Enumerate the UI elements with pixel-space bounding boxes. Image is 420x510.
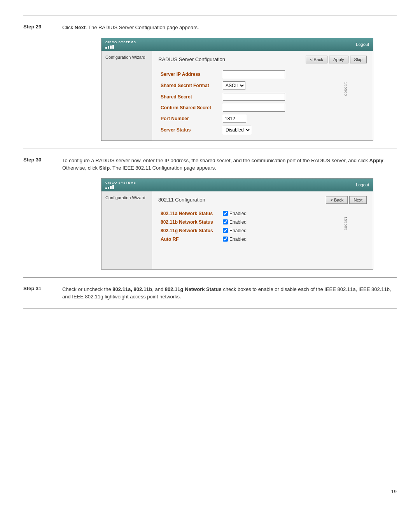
step-31-bold1: 802.11a, 802.11b <box>112 286 152 292</box>
cisco-buttons-29: < Back Apply Skip <box>306 56 367 63</box>
bar2 <box>108 46 109 49</box>
cisco-page-header-30: 802.11 Configuration < Back Next <box>158 196 367 204</box>
server-status-select[interactable]: Disabled Enabled <box>223 126 251 134</box>
checkbox-text-autorf: Enabled <box>229 237 247 242</box>
step-30-header: Step 30 To configure a RADIUS server now… <box>23 157 397 172</box>
cisco-logo-bars-30 <box>105 185 136 189</box>
field-row-80211a: 802.11a Network Status Enabled <box>158 209 367 218</box>
field-row-port: Port Number <box>158 113 367 124</box>
page-number: 19 <box>391 489 397 494</box>
bar2 <box>108 187 109 189</box>
port-input[interactable] <box>223 115 246 123</box>
cisco-header-30: Cisco Systems Logout <box>102 179 373 191</box>
label-confirm-secret: Confirm Shared Secret <box>158 102 220 113</box>
cisco-logo-30: Cisco Systems <box>105 181 136 189</box>
bar4 <box>112 45 114 49</box>
step-29-section: Step 29 Click Next. The RADIUS Server Co… <box>23 16 397 149</box>
field-row-secret-format: Shared Secret Format ASCII Hex <box>158 80 367 91</box>
checkbox-80211g[interactable] <box>223 228 228 233</box>
label-autorf: Auto RF <box>158 235 220 244</box>
step-29-cisco-frame: Cisco Systems Logout Configuration Wizar… <box>101 38 373 141</box>
step-31-text: Check or uncheck the 802.11a, 802.11b, a… <box>62 286 397 301</box>
step-30-bold2: Skip <box>99 165 110 171</box>
label-server-status: Server Status <box>158 124 220 136</box>
checkbox-text-80211g: Enabled <box>229 228 247 233</box>
step-30-label: Step 30 <box>23 157 62 163</box>
checkbox-label-autorf: Enabled <box>223 237 364 242</box>
checkbox-80211a[interactable] <box>223 211 228 216</box>
logout-button-29[interactable]: Logout <box>356 42 369 47</box>
frame-id-29: 155503 <box>344 38 348 141</box>
step-30-text: To configure a RADIUS server now, enter … <box>62 157 397 172</box>
field-row-server-status: Server Status Disabled Enabled <box>158 124 367 136</box>
step-29-frame-wrapper: Cisco Systems Logout Configuration Wizar… <box>62 38 342 141</box>
label-80211b: 802.11b Network Status <box>158 218 220 226</box>
back-button-29[interactable]: < Back <box>306 56 327 63</box>
server-ip-input[interactable] <box>223 70 285 78</box>
step-30-bold1: Apply <box>369 158 383 163</box>
sidebar-label-29: Configuration Wizard <box>105 55 145 60</box>
label-shared-secret: Shared Secret <box>158 91 220 102</box>
label-80211g: 802.11g Network Status <box>158 226 220 235</box>
cisco-logo-text-29: Cisco Systems <box>105 40 136 44</box>
confirm-secret-input[interactable] <box>223 104 285 112</box>
field-row-server-ip: Server IP Address <box>158 69 367 80</box>
bar1 <box>105 47 107 49</box>
checkbox-label-80211b: Enabled <box>223 219 364 225</box>
step-31-bottom-border <box>23 308 397 309</box>
field-row-autorf: Auto RF Enabled <box>158 235 367 244</box>
sidebar-label-30: Configuration Wizard <box>105 195 145 200</box>
checkbox-80211b[interactable] <box>223 219 228 224</box>
cisco-main-30: 802.11 Configuration < Back Next 802.11a… <box>152 191 373 269</box>
label-secret-format: Shared Secret Format <box>158 80 220 91</box>
shared-secret-input[interactable] <box>223 93 285 101</box>
cisco-header-29: Cisco Systems Logout <box>102 38 373 51</box>
page-title-29: RADIUS Server Configuration <box>158 56 225 62</box>
cisco-page-header-29: RADIUS Server Configuration < Back Apply… <box>158 56 367 63</box>
step-29-text: Click Next. The RADIUS Server Configurat… <box>62 24 397 32</box>
step-29-label: Step 29 <box>23 24 62 30</box>
checkbox-text-80211a: Enabled <box>229 211 247 216</box>
step-31-label: Step 31 <box>23 286 62 291</box>
field-row-confirm-secret: Confirm Shared Secret <box>158 102 367 113</box>
cisco-logo-29: Cisco Systems <box>105 40 136 49</box>
checkbox-autorf[interactable] <box>223 237 228 242</box>
step-29-header: Step 29 Click Next. The RADIUS Server Co… <box>23 24 397 32</box>
step-30-frame-wrapper: Cisco Systems Logout Configuration Wizar… <box>62 178 342 270</box>
cisco-logo-bars-29 <box>105 45 136 49</box>
cisco-sidebar-29: Configuration Wizard <box>102 51 152 140</box>
bar3 <box>110 46 112 49</box>
field-row-shared-secret: Shared Secret <box>158 91 367 102</box>
label-server-ip: Server IP Address <box>158 69 220 80</box>
bar3 <box>110 186 112 189</box>
cisco-logo-text-30: Cisco Systems <box>105 181 136 184</box>
step-30-section: Step 30 To configure a RADIUS server now… <box>23 149 397 277</box>
cisco-main-29: RADIUS Server Configuration < Back Apply… <box>152 51 373 140</box>
label-80211a: 802.11a Network Status <box>158 209 220 218</box>
checkbox-label-80211g: Enabled <box>223 228 364 233</box>
form-table-29: Server IP Address Shared Secret Format A… <box>158 69 367 136</box>
step-29-bold: Next <box>75 25 86 30</box>
page-title-30: 802.11 Configuration <box>158 197 205 203</box>
step-30-cisco-frame: Cisco Systems Logout Configuration Wizar… <box>101 178 373 270</box>
step-31-section: Step 31 Check or uncheck the 802.11a, 80… <box>23 277 397 317</box>
field-row-80211g: 802.11g Network Status Enabled <box>158 226 367 235</box>
cisco-body-30: Configuration Wizard 802.11 Configuratio… <box>102 191 373 269</box>
bar1 <box>105 188 107 189</box>
bar4 <box>112 185 114 189</box>
cisco-sidebar-30: Configuration Wizard <box>102 191 152 269</box>
frame-id-30: 155505 <box>344 178 348 270</box>
field-row-80211b: 802.11b Network Status Enabled <box>158 218 367 226</box>
checkbox-text-80211b: Enabled <box>229 219 247 225</box>
skip-button-29[interactable]: Skip <box>350 56 367 63</box>
checkbox-label-80211a: Enabled <box>223 211 364 216</box>
secret-format-select[interactable]: ASCII Hex <box>223 81 245 90</box>
cisco-body-29: Configuration Wizard RADIUS Server Confi… <box>102 51 373 140</box>
logout-button-30[interactable]: Logout <box>356 182 369 187</box>
step-31-bold2: 802.11g Network Status <box>165 286 222 292</box>
form-table-30: 802.11a Network Status Enabled 802.11b N… <box>158 209 367 244</box>
step-31-header: Step 31 Check or uncheck the 802.11a, 80… <box>23 286 397 301</box>
next-button-30[interactable]: Next <box>349 196 367 204</box>
label-port: Port Number <box>158 113 220 124</box>
